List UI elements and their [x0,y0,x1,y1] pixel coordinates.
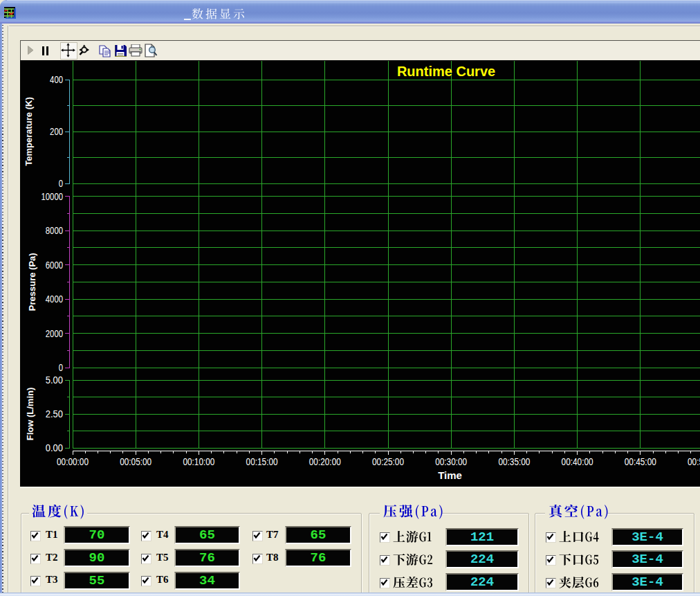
svg-text:Pressure (Pa): Pressure (Pa) [27,253,37,311]
svg-text:0.00: 0.00 [46,442,63,453]
svg-text:0: 0 [59,362,63,373]
svg-text:Runtime Curve: Runtime Curve [397,64,495,79]
svg-text:200: 200 [50,126,63,137]
svg-text:00:00:00: 00:00:00 [57,456,89,467]
svg-text:Temperature (K): Temperature (K) [24,97,34,165]
svg-text:Time: Time [438,469,462,481]
svg-text:5.00: 5.00 [46,374,63,386]
svg-text:4000: 4000 [46,294,63,305]
svg-text:00:10:00: 00:10:00 [183,456,214,467]
svg-text:Flow (L/min): Flow (L/min) [25,388,35,441]
svg-text:400: 400 [50,74,63,85]
svg-text:00:45:00: 00:45:00 [625,456,656,467]
svg-text:00:05:00: 00:05:00 [120,456,151,467]
svg-text:2.50: 2.50 [46,408,63,419]
svg-text:6000: 6000 [46,260,63,271]
svg-text:00:40:00: 00:40:00 [562,456,593,467]
svg-text:00:25:00: 00:25:00 [372,456,404,467]
svg-text:00:30:00: 00:30:00 [435,456,467,467]
svg-text:10000: 10000 [42,191,64,202]
svg-text:00:50:00: 00:50:00 [688,456,700,467]
svg-text:00:15:00: 00:15:00 [246,456,278,467]
svg-text:0: 0 [59,178,63,189]
svg-text:2000: 2000 [46,328,63,339]
svg-text:00:35:00: 00:35:00 [498,456,530,467]
svg-text:00:20:00: 00:20:00 [309,456,341,467]
svg-text:8000: 8000 [46,225,63,236]
